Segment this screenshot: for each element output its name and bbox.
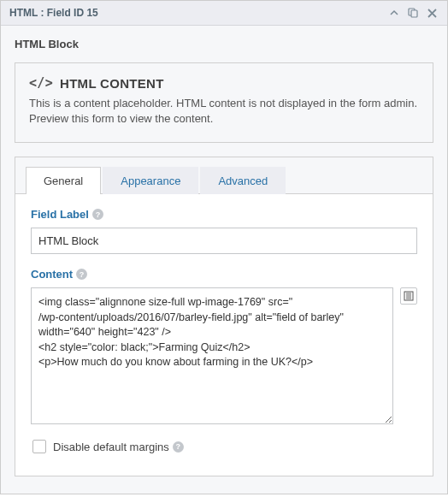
field-settings-panel: HTML : Field ID 15 HTML Block </> HTML C…	[0, 0, 448, 494]
placeholder-description: This is a content placeholder. HTML cont…	[29, 96, 419, 127]
placeholder-title-text: HTML CONTENT	[60, 76, 164, 91]
panel-title: HTML : Field ID 15	[9, 7, 382, 19]
duplicate-icon[interactable]	[406, 6, 420, 20]
tab-content-general: Field Label ? Content ?	[15, 194, 433, 460]
svg-rect-2	[404, 292, 413, 300]
tabs: General Appearance Advanced	[15, 157, 433, 194]
svg-rect-1	[411, 10, 417, 17]
block-name: HTML Block	[15, 38, 433, 50]
merge-tag-button[interactable]	[400, 287, 417, 305]
field-label-input[interactable]	[31, 228, 417, 254]
help-icon[interactable]: ?	[173, 441, 184, 453]
content-heading: Content ?	[31, 268, 87, 281]
panel-header: HTML : Field ID 15	[1, 1, 447, 26]
close-icon[interactable]	[425, 6, 439, 20]
placeholder-title: </> HTML CONTENT	[29, 75, 419, 91]
help-icon[interactable]: ?	[76, 269, 87, 280]
help-icon[interactable]: ?	[92, 209, 103, 220]
tab-appearance[interactable]: Appearance	[103, 167, 198, 194]
settings-tabs-container: General Appearance Advanced Field Label …	[15, 157, 433, 476]
tab-general[interactable]: General	[26, 167, 101, 194]
collapse-icon[interactable]	[387, 6, 401, 20]
field-label-heading: Field Label ?	[31, 208, 103, 221]
disable-margins-row: Disable default margins ?	[31, 440, 417, 453]
disable-margins-label: Disable default margins ?	[53, 441, 184, 453]
field-label-text: Field Label	[31, 208, 89, 221]
panel-body: HTML Block </> HTML CONTENT This is a co…	[1, 26, 447, 494]
content-label-text: Content	[31, 268, 73, 281]
html-content-placeholder: </> HTML CONTENT This is a content place…	[15, 62, 433, 143]
content-textarea[interactable]	[31, 287, 393, 424]
code-icon: </>	[29, 75, 53, 91]
tab-advanced[interactable]: Advanced	[200, 167, 286, 194]
disable-margins-checkbox[interactable]	[32, 440, 46, 453]
